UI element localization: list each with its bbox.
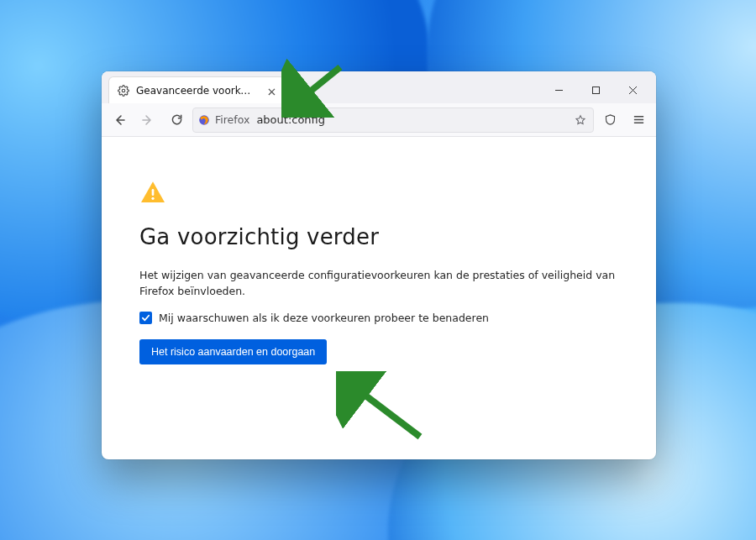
window-close-button[interactable] xyxy=(614,76,651,103)
window-minimize-button[interactable] xyxy=(540,76,577,103)
new-tab-button[interactable] xyxy=(290,77,313,101)
page-description: Het wijzigen van geavanceerde configurat… xyxy=(139,268,618,300)
navigation-toolbar: Firefox about:config xyxy=(102,103,656,137)
page-title: Ga voorzichtig verder xyxy=(139,224,618,249)
firefox-window: Geavanceerde voorkeuren xyxy=(102,71,656,459)
bookmark-star-icon[interactable] xyxy=(575,114,586,126)
app-menu-button[interactable] xyxy=(626,107,651,133)
desktop-wallpaper: Geavanceerde voorkeuren xyxy=(0,0,756,540)
identity-label: Firefox xyxy=(215,113,249,126)
warn-checkbox-row[interactable]: Mij waarschuwen als ik deze voorkeuren p… xyxy=(139,312,618,324)
close-tab-icon[interactable] xyxy=(268,87,276,95)
page-content: Ga voorzichtig verder Het wijzigen van g… xyxy=(102,137,656,390)
gear-icon xyxy=(118,85,129,97)
svg-rect-1 xyxy=(592,87,599,93)
tab-strip: Geavanceerde voorkeuren xyxy=(102,71,656,103)
window-controls xyxy=(540,76,651,103)
forward-button[interactable] xyxy=(135,107,160,133)
accept-risk-button[interactable]: Het risico aanvaarden en doorgaan xyxy=(139,339,327,364)
tab-title: Geavanceerde voorkeuren xyxy=(136,85,255,97)
svg-rect-3 xyxy=(152,189,155,196)
browser-tab-active[interactable]: Geavanceerde voorkeuren xyxy=(108,76,285,103)
window-maximize-button[interactable] xyxy=(577,76,614,103)
warning-icon xyxy=(139,179,166,209)
identity-box[interactable]: Firefox xyxy=(198,113,249,126)
firefox-logo-icon xyxy=(198,114,210,126)
svg-point-4 xyxy=(151,197,154,200)
url-bar[interactable]: Firefox about:config xyxy=(192,107,594,133)
reload-button[interactable] xyxy=(164,107,189,133)
svg-point-0 xyxy=(122,89,125,92)
back-button[interactable] xyxy=(107,107,132,133)
url-text: about:config xyxy=(256,113,325,126)
protections-button[interactable] xyxy=(597,107,622,133)
checkbox-checked-icon[interactable] xyxy=(139,312,152,324)
checkbox-label: Mij waarschuwen als ik deze voorkeuren p… xyxy=(159,312,489,324)
